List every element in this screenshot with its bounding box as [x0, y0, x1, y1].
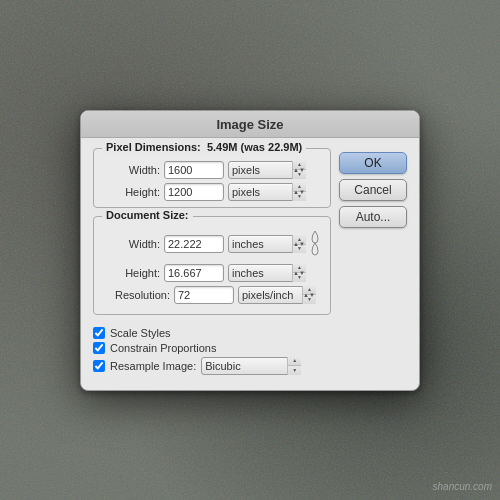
- resolution-row: Resolution: pixels/inch pixels/cm ▲ ▼: [102, 286, 322, 304]
- constrain-row: Constrain Proportions: [93, 342, 407, 354]
- pixel-width-label: Width:: [102, 164, 160, 176]
- doc-width-unit-wrapper[interactable]: inches cm mm points picas ▲ ▼: [228, 235, 306, 253]
- watermark: shancun.com: [433, 481, 492, 492]
- pixel-info: 5.49M (was 22.9M): [207, 141, 302, 153]
- doc-height-input[interactable]: [164, 264, 224, 282]
- pixel-width-unit-select[interactable]: pixels percent: [228, 161, 306, 179]
- pixel-dimensions-title: Pixel Dimensions: 5.49M (was 22.9M): [102, 141, 306, 153]
- dialog-left-panel: Pixel Dimensions: 5.49M (was 22.9M) Widt…: [93, 148, 331, 323]
- pixel-dimensions-section: Pixel Dimensions: 5.49M (was 22.9M) Widt…: [93, 148, 331, 208]
- document-size-title: Document Size:: [102, 209, 193, 221]
- doc-height-unit-wrapper[interactable]: inches cm mm points picas ▲ ▼: [228, 264, 306, 282]
- document-size-section: Document Size: Width: inches cm mm: [93, 216, 331, 315]
- doc-height-unit-select[interactable]: inches cm mm points picas: [228, 264, 306, 282]
- constrain-label: Constrain Proportions: [110, 342, 216, 354]
- pixel-height-label: Height:: [102, 186, 160, 198]
- doc-width-label: Width:: [102, 238, 160, 250]
- auto-button[interactable]: Auto...: [339, 206, 407, 228]
- constrain-checkbox[interactable]: [93, 342, 105, 354]
- chain-link-doc: [310, 229, 322, 260]
- resolution-input[interactable]: [174, 286, 234, 304]
- pixel-height-unit-select[interactable]: pixels percent: [228, 183, 306, 201]
- dialog-body: Pixel Dimensions: 5.49M (was 22.9M) Widt…: [81, 138, 419, 323]
- resample-checkbox[interactable]: [93, 360, 105, 372]
- pixel-width-unit-wrapper[interactable]: pixels percent ▲ ▼: [228, 161, 306, 179]
- dialog-buttons-panel: OK Cancel Auto...: [339, 148, 407, 323]
- ok-button[interactable]: OK: [339, 152, 407, 174]
- pixel-width-input[interactable]: [164, 161, 224, 179]
- scale-styles-row: Scale Styles: [93, 327, 407, 339]
- scale-styles-checkbox[interactable]: [93, 327, 105, 339]
- pixel-width-row: Width: pixels percent ▲ ▼: [102, 161, 322, 179]
- resolution-unit-select[interactable]: pixels/inch pixels/cm: [238, 286, 316, 304]
- cancel-button[interactable]: Cancel: [339, 179, 407, 201]
- pixel-height-unit-wrapper[interactable]: pixels percent ▲ ▼: [228, 183, 306, 201]
- doc-width-input[interactable]: [164, 235, 224, 253]
- resample-method-wrapper[interactable]: Bicubic Nearest Neighbor Bilinear Bicubi…: [201, 357, 301, 375]
- checkboxes-panel: Scale Styles Constrain Proportions Resam…: [81, 323, 419, 375]
- resolution-label: Resolution:: [102, 289, 170, 301]
- doc-height-row: Height: inches cm mm points picas: [102, 264, 322, 282]
- scale-styles-label: Scale Styles: [110, 327, 171, 339]
- doc-width-row: Width: inches cm mm points picas: [102, 229, 322, 260]
- dialog-title: Image Size: [81, 111, 419, 138]
- image-size-dialog: Image Size Pixel Dimensions: 5.49M (was …: [80, 110, 420, 391]
- pixel-height-row: Height: pixels percent ▲ ▼: [102, 183, 322, 201]
- pixel-height-input[interactable]: [164, 183, 224, 201]
- resample-row: Resample Image: Bicubic Nearest Neighbor…: [93, 357, 407, 375]
- resample-label: Resample Image:: [110, 360, 196, 372]
- doc-width-unit-select[interactable]: inches cm mm points picas: [228, 235, 306, 253]
- resample-method-select[interactable]: Bicubic Nearest Neighbor Bilinear Bicubi…: [201, 357, 301, 375]
- doc-height-label: Height:: [102, 267, 160, 279]
- resolution-unit-wrapper[interactable]: pixels/inch pixels/cm ▲ ▼: [238, 286, 316, 304]
